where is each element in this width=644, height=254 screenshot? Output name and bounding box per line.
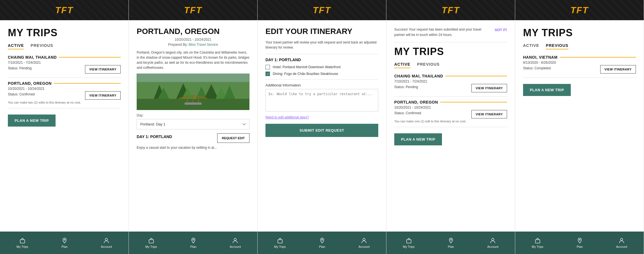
nav-label-plan-3: Plan xyxy=(319,245,325,248)
nav-account-3[interactable]: Account xyxy=(358,237,370,248)
bottom-nav-5: My Trips Plan Account xyxy=(515,232,644,254)
plan-new-trip-5[interactable]: PLAN A NEW TRIP xyxy=(523,84,571,96)
trip-dates-portland-1: 10/20/2021 - 10/24/2021 xyxy=(8,87,121,91)
account-icon-5 xyxy=(618,237,625,244)
trip-dates-hanoi-5: 6/13/2020 - 6/26/2020 xyxy=(523,61,636,65)
logo-4: TFT xyxy=(442,5,460,15)
screen-2: TFT PORTLAND, OREGON 10/20/2021 - 10/24/… xyxy=(129,0,258,254)
svg-point-2 xyxy=(105,238,107,241)
svg-rect-21 xyxy=(278,240,282,243)
tab-active-1[interactable]: ACTIVE xyxy=(8,43,24,49)
additional-info-textarea-3[interactable] xyxy=(265,89,378,111)
trip-name-bar-4b xyxy=(440,102,507,102)
additional-info-label-3: Additional Information xyxy=(265,83,378,87)
nav-label-account-3: Account xyxy=(358,245,370,248)
nav-account-4[interactable]: Account xyxy=(487,237,498,248)
plan-new-trip-4[interactable]: PLAN A NEW TRIP xyxy=(394,133,442,145)
svg-point-20 xyxy=(234,238,236,241)
trip-name-chiangmai-4: CHAING MAI, THAILAND xyxy=(394,74,507,78)
plan-new-trip-1[interactable]: PLAN A NEW TRIP xyxy=(8,115,56,127)
request-edit-btn-2[interactable]: REQUEST EDIT xyxy=(217,133,249,143)
bottom-nav-1: My Trips Plan Account xyxy=(0,232,129,254)
account-icon-1 xyxy=(103,237,110,244)
tab-active-5[interactable]: ACTIVE xyxy=(523,43,539,49)
banner-3: TFT xyxy=(258,0,386,20)
tab-previous-1[interactable]: PREVIOUS xyxy=(31,43,53,49)
svg-point-1 xyxy=(64,239,65,240)
bliss-travel-link[interactable]: Bliss Travel Service xyxy=(189,43,218,47)
nav-my-trips-1[interactable]: My Trips xyxy=(17,237,28,248)
divider-1 xyxy=(8,77,121,78)
nav-account-2[interactable]: Account xyxy=(230,237,241,248)
svg-rect-18 xyxy=(149,240,153,243)
tab-previous-5[interactable]: PREVIOUS xyxy=(546,43,568,49)
banner-1: TFT xyxy=(0,0,129,20)
got-it-link-4[interactable]: GOT IT! xyxy=(495,28,507,32)
nav-plan-5[interactable]: Plan xyxy=(576,237,583,248)
nav-my-trips-2[interactable]: My Trips xyxy=(145,237,157,248)
nav-label-account-5: Account xyxy=(616,245,627,248)
nav-label-mytrips-5: My Trips xyxy=(532,245,544,248)
nav-plan-1[interactable]: Plan xyxy=(61,237,68,248)
trip-dates-chiangmai-1: 7/10/2021 - 7/24/2021 xyxy=(8,61,121,65)
nav-label-plan-4: Plan xyxy=(448,245,454,248)
nav-my-trips-5[interactable]: My Trips xyxy=(532,237,544,248)
divider-4b xyxy=(394,96,507,97)
account-icon-4 xyxy=(489,237,496,244)
tab-active-4[interactable]: ACTIVE xyxy=(394,62,410,68)
checkbox-row-dining[interactable]: ✓ Dining: Fogo de Chão Brazilian Steakho… xyxy=(265,72,378,76)
trip-name-portland-4: PORTLAND, OREGON xyxy=(394,100,507,104)
svg-point-26 xyxy=(492,238,494,241)
nav-plan-3[interactable]: Plan xyxy=(319,237,326,248)
logo-3: TFT xyxy=(313,5,331,15)
nav-my-trips-4[interactable]: My Trips xyxy=(403,237,415,248)
dest-desc-2: Portland, Oregon's largest city, sits on… xyxy=(137,50,249,70)
logo-1: TFT xyxy=(55,5,74,15)
svg-rect-27 xyxy=(535,240,540,243)
banner-5: TFT xyxy=(515,0,644,20)
checkbox-row-hotel[interactable]: Hotel: Portland Marriott Downtown Waterf… xyxy=(265,65,378,69)
view-itinerary-portland-1[interactable]: VIEW ITINERARY xyxy=(85,91,121,100)
divider-4 xyxy=(394,42,507,42)
trip-name-chiangmai-1: CHAING MAI, THAILAND xyxy=(8,55,121,60)
trip-dates-chiangmai-4: 7/10/2021 - 7/24/2021 xyxy=(394,79,507,83)
trip-status-portland-1: Status: Confirmed xyxy=(8,92,35,99)
page-title-4: MY TRIPS xyxy=(394,46,507,58)
location-icon-1 xyxy=(61,237,68,244)
view-itinerary-portland-4[interactable]: VIEW ITINERARY xyxy=(471,110,507,118)
account-icon-2 xyxy=(232,237,239,244)
view-itinerary-chiangmai-1[interactable]: VIEW ITINERARY xyxy=(85,65,121,74)
banner-2: TFT xyxy=(129,0,257,20)
bag-icon-1 xyxy=(19,237,26,244)
day-select-2[interactable]: Portland: Day 1 xyxy=(137,119,249,129)
checkbox-dining[interactable]: ✓ xyxy=(265,72,270,76)
divider-4c xyxy=(394,127,507,127)
nav-label-account-2: Account xyxy=(230,245,241,248)
checkbox-hotel[interactable] xyxy=(265,65,270,69)
svg-point-22 xyxy=(322,239,323,240)
nav-label-account-4: Account xyxy=(487,245,498,248)
bag-icon-5 xyxy=(534,237,541,244)
divider-3 xyxy=(265,54,378,54)
nav-plan-2[interactable]: Plan xyxy=(190,237,197,248)
nav-label-mytrips-3: My Trips xyxy=(274,245,286,248)
divider-2 xyxy=(8,108,121,108)
view-itinerary-chiangmai-4[interactable]: VIEW ITINERARY xyxy=(471,84,507,92)
location-icon-5 xyxy=(576,237,583,244)
day-section-title-2: DAY 1: PORTLAND xyxy=(137,134,172,139)
nav-account-5[interactable]: Account xyxy=(616,237,627,248)
view-itinerary-hanoi-5[interactable]: VIEW ITINERARY xyxy=(600,65,636,74)
nav-account-1[interactable]: Account xyxy=(101,237,112,248)
trip-card-chiangmai-4: CHAING MAI, THAILAND 7/10/2021 - 7/24/20… xyxy=(394,74,507,92)
nav-plan-4[interactable]: Plan xyxy=(448,237,454,248)
tab-previous-4[interactable]: PREVIOUS xyxy=(417,62,439,68)
checkbox-label-hotel: Hotel: Portland Marriott Downtown Waterf… xyxy=(273,65,341,69)
trip-name-hanoi-5: HANOI, VIETNAM xyxy=(523,55,636,60)
edit-days-link-3[interactable]: Need to edit additional days? xyxy=(265,115,378,119)
edit-day-title-3: DAY 1: PORTLAND xyxy=(265,58,378,62)
nav-my-trips-3[interactable]: My Trips xyxy=(274,237,286,248)
trip-card-portland-4: PORTLAND, OREGON 10/20/2021 - 10/24/2021… xyxy=(394,100,507,123)
trip-name-bar-5 xyxy=(560,57,636,58)
submit-edit-btn-3[interactable]: SUBMIT EDIT REQUEST xyxy=(265,124,378,137)
trip-note-portland-1: You can make two (2) edits to this itine… xyxy=(8,101,121,104)
